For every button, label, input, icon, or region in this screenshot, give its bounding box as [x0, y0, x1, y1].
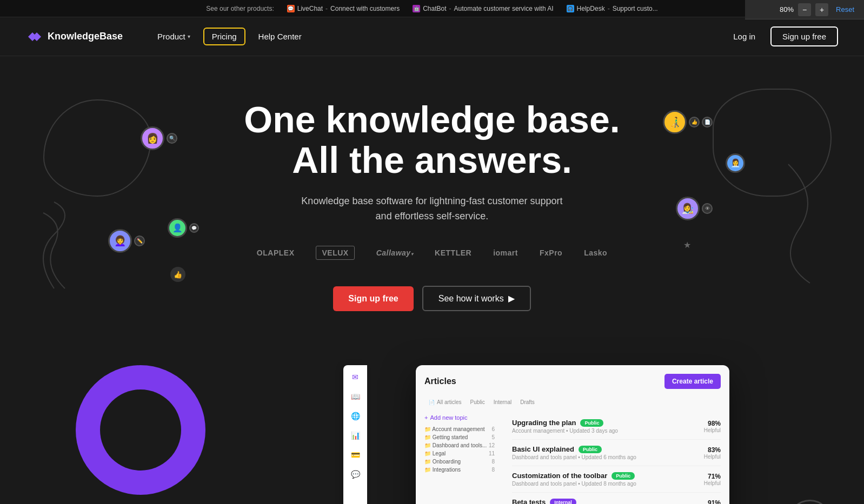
- dashboard-panel: Articles Create article 📄 All articles P…: [416, 365, 729, 504]
- brand-olaplex: OLAPLEX: [257, 248, 295, 257]
- article-name-1: Upgrading the plan Public: [512, 419, 697, 427]
- nav-pricing[interactable]: Pricing: [203, 28, 245, 45]
- article-badge-2: Public: [579, 446, 602, 453]
- svg-rect-0: [31, 35, 38, 38]
- announcement-bar: See our other products: 💬 LiveChat - Con…: [0, 0, 864, 17]
- zoom-level: 80%: [780, 5, 794, 14]
- logo[interactable]: KnowledgeBase: [26, 30, 123, 43]
- nav-product[interactable]: Product ▾: [149, 28, 199, 45]
- reset-button[interactable]: Reset: [833, 4, 858, 15]
- article-stat-2: 83% Helpful: [704, 446, 721, 460]
- avatar-2: 👩‍🦱: [108, 229, 132, 253]
- chatbot-desc: Automate customer service with AI: [454, 5, 554, 12]
- avatar-bubble-right-3: 👩‍🎨 👁: [676, 197, 713, 220]
- see-other-text: See our other products:: [206, 5, 274, 12]
- avatar-bubble-1: 👩 🔍: [141, 126, 177, 150]
- article-row-1[interactable]: Upgrading the plan Public Account manage…: [512, 413, 721, 440]
- mockup-all-articles[interactable]: 📄 All articles: [424, 398, 466, 407]
- chat-badge-icon: 💬: [189, 223, 199, 233]
- helpdesk-desc: Support custo...: [613, 5, 658, 12]
- login-button[interactable]: Log in: [725, 28, 764, 45]
- mockup-public[interactable]: Public: [466, 398, 489, 407]
- brand-velux: VELUX: [316, 246, 354, 260]
- avatar-right-1: 👨‍🦯: [663, 110, 687, 134]
- hero-title: One knowledge base. All the answers.: [244, 99, 620, 180]
- article-stat-3: 71% Helpful: [704, 473, 721, 486]
- helpdesk-link[interactable]: 🎧 HelpDesk - Support custo...: [567, 5, 658, 12]
- sidebar-links-list: 📁 Account management6 📁 Getting started5…: [424, 425, 495, 474]
- nav-actions: Log in Sign up free: [725, 26, 838, 46]
- create-article-button[interactable]: Create article: [664, 374, 721, 389]
- add-new-topic-link[interactable]: + Add new topic: [424, 413, 495, 422]
- article-name-3: Customization of the toolbar Public: [512, 472, 697, 480]
- mockup-header: Articles Create article: [424, 374, 721, 389]
- thumbs-right-icon: 👍: [689, 117, 700, 127]
- chatbot-icon: 🤖: [413, 5, 420, 12]
- sidebar-link-integrations[interactable]: 📁 Integrations8: [424, 466, 495, 474]
- hero-section: 👩 🔍 👩‍🦱 ✏️ 👤 💬 👍 👨‍🦯 👍 📄 👩‍💼 👩‍🎨 👁 ★ One…: [0, 56, 864, 344]
- avatar-1: 👩: [141, 126, 164, 150]
- sidebar-link-getting-started[interactable]: 📁 Getting started5: [424, 433, 495, 441]
- article-row-3[interactable]: Customization of the toolbar Public Dash…: [512, 466, 721, 493]
- article-badge-1: Public: [580, 419, 603, 427]
- logo-text: KnowledgeBase: [48, 31, 123, 42]
- sidebar-mail-icon: ✉: [350, 372, 361, 382]
- article-badge-3: Public: [612, 472, 635, 480]
- mockup-articles-title: Articles: [424, 377, 456, 386]
- cta-primary-button[interactable]: Sign up free: [333, 286, 413, 311]
- main-nav: KnowledgeBase Product ▾ Pricing Help Cen…: [0, 17, 864, 56]
- sidebar-card-icon: 💳: [350, 449, 361, 460]
- zoom-in-button[interactable]: +: [815, 3, 828, 16]
- livechat-label: LiveChat: [297, 5, 323, 12]
- dashboard-wrapper: ✉ 📖 🌐 📊 💳 💬 Articles Create article 📄 Al…: [373, 365, 729, 504]
- sidebar-link-onboarding[interactable]: 📁 Onboarding8: [424, 458, 495, 466]
- avatar-right-3: 👩‍🎨: [676, 197, 700, 220]
- cta-secondary-button[interactable]: See how it works ▶: [422, 286, 531, 311]
- arrow-icon: ▶: [508, 293, 515, 304]
- edit-badge-icon: ✏️: [134, 236, 145, 246]
- product-chevron-icon: ▾: [188, 33, 190, 39]
- star-deco-right: ★: [683, 240, 691, 250]
- mockup-section: ✕ ✕ ✉ 📖 🌐 📊 💳 💬 Articles Create article …: [0, 344, 864, 504]
- brand-kettler: KETTLER: [435, 248, 471, 257]
- eye-badge-icon: 👁: [702, 203, 713, 214]
- deco-squiggle-right: [734, 153, 842, 288]
- helpdesk-icon: 🎧: [567, 5, 574, 12]
- sidebar-icon-bar: ✉ 📖 🌐 📊 💳 💬: [343, 365, 367, 504]
- chatbot-label: ChatBot: [423, 5, 446, 12]
- sidebar-link-dashboard[interactable]: 📁 Dashboard and tools...12: [424, 441, 495, 449]
- deco-circle-left: [43, 99, 151, 197]
- signup-button[interactable]: Sign up free: [770, 26, 838, 46]
- avatar-bubble-right-1: 👨‍🦯 👍 📄: [663, 110, 713, 134]
- mockup-drafts[interactable]: Drafts: [516, 398, 539, 407]
- article-row-2[interactable]: Basic UI explained Public Dashboard and …: [512, 440, 721, 466]
- chatbot-link[interactable]: 🤖 ChatBot - Automate customer service wi…: [413, 5, 553, 12]
- zoom-out-button[interactable]: −: [798, 3, 811, 16]
- article-badge-4: Internal: [550, 499, 576, 504]
- purple-circle-inner: [100, 389, 181, 471]
- livechat-icon: 💬: [287, 5, 295, 12]
- avatar-bubble-2: 👩‍🦱 ✏️: [108, 229, 145, 253]
- article-info-1: Upgrading the plan Public Account manage…: [512, 419, 697, 434]
- mockup-internal[interactable]: Internal: [489, 398, 516, 407]
- avatar-bubble-right-2: 👩‍💼: [726, 153, 745, 173]
- article-meta-3: Dashboard and tools panel • Updated 8 mo…: [512, 481, 697, 487]
- sidebar-link-legal[interactable]: 📁 Legal11: [424, 449, 495, 458]
- article-row-4[interactable]: Beta tests Internal Dashboard and tools …: [512, 493, 721, 504]
- mockup-content-area: + Add new topic 📁 Account management6 📁 …: [424, 413, 721, 504]
- article-name-4: Beta tests Internal: [512, 498, 697, 504]
- sidebar-globe-icon: 🌐: [350, 411, 361, 421]
- nav-links: Product ▾ Pricing Help Center: [149, 28, 725, 45]
- circle-outline-small: [788, 500, 832, 504]
- brand-lasko: Lasko: [584, 248, 607, 257]
- avatar-right-2: 👩‍💼: [726, 153, 745, 173]
- nav-help-center[interactable]: Help Center: [250, 28, 310, 45]
- brands-row: OLAPLEX VELUX Callaway▾ KETTLER iomart F…: [257, 246, 607, 260]
- sidebar-link-account[interactable]: 📁 Account management6: [424, 425, 495, 433]
- livechat-link[interactable]: 💬 LiveChat - Connect with customers: [287, 5, 400, 12]
- thumbs-up-icon: 👍: [170, 267, 185, 282]
- article-info-3: Customization of the toolbar Public Dash…: [512, 472, 697, 487]
- brand-fxpro: FxPro: [540, 248, 562, 257]
- mockup-nav: 📄 All articles Public Internal Drafts: [424, 398, 721, 407]
- articles-list: Upgrading the plan Public Account manage…: [512, 413, 721, 504]
